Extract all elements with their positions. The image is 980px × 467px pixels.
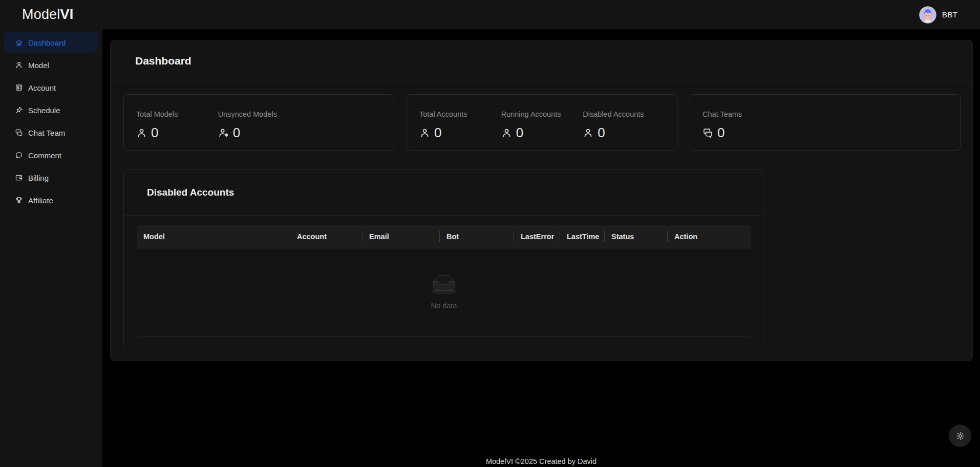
page-title: Dashboard [135,55,191,67]
stat-label: Total Accounts [419,110,501,119]
chat-bubbles-icon [14,129,23,137]
disabled-accounts-card: Disabled Accounts Model Account [123,169,763,348]
chat-bubbles-icon [702,128,713,138]
column-header-account: Account [290,225,363,248]
sidebar-item-comment[interactable]: Comment [4,145,98,165]
avatar [919,6,936,24]
sidebar-item-label: Billing [28,174,49,182]
empty-state: No data [428,274,460,310]
top-nav-bar: ModelVI BBT [0,0,980,29]
sidebar-item-account[interactable]: Account [4,77,98,98]
stats-row: Total Models 0 Unsynced Models 0 [123,94,961,151]
disabled-accounts-header: Disabled Accounts [124,170,763,216]
user-icon [419,128,430,138]
stat-label: Unsynced Models [218,110,300,119]
logo-text-bold: VI [60,7,74,22]
stat-value: 0 [598,125,605,140]
column-header-model: Model [137,225,290,248]
column-header-email: Email [363,225,440,248]
footer-text: ModelVI ©2025 Created by David [102,457,980,465]
stat-card-chat-teams: Chat Teams 0 [690,94,961,151]
table-header-row: Model Account Email Bot LastError LastTi… [137,225,751,248]
comment-icon [14,151,23,160]
stat-chat-teams: Chat Teams 0 [702,110,784,140]
stat-value: 0 [717,125,725,140]
column-header-status: Status [605,225,668,248]
stat-label: Disabled Accounts [583,110,665,119]
stat-total-accounts: Total Accounts 0 [419,110,501,140]
sidebar-item-label: Dashboard [28,38,66,47]
stat-card-accounts: Total Accounts 0 Running Accounts 0 [407,94,677,151]
stat-value: 0 [151,125,158,140]
column-header-lasterror: LastError [514,225,560,248]
theme-toggle-button[interactable] [949,424,971,447]
stat-disabled-accounts: Disabled Accounts 0 [583,110,665,140]
user-name: BBT [942,10,957,19]
app-window: ModelVI BBT Dashboard M [0,0,980,467]
stat-value: 0 [516,125,523,140]
sidebar-item-label: Comment [28,151,61,160]
stat-running-accounts: Running Accounts 0 [501,110,583,140]
sidebar-item-model[interactable]: Model [4,55,98,75]
disabled-accounts-table: Model Account Email Bot LastError LastTi… [137,225,751,336]
sidebar-item-billing[interactable]: Billing [4,167,98,188]
logo-text: Model [22,7,60,22]
empty-row: No data [137,248,751,336]
id-card-icon [14,83,23,92]
sidebar-item-chat-team[interactable]: Chat Team [4,122,98,143]
user-menu[interactable]: BBT [919,6,957,24]
sidebar-item-label: Model [28,61,49,70]
sidebar-nav: Dashboard Model Account Schedule Chat Te… [0,29,102,467]
stat-value: 0 [233,125,240,140]
column-header-lasttime: LastTime [560,225,605,248]
sidebar-item-label: Account [28,83,56,92]
sun-icon [955,431,965,441]
column-header-action: Action [668,225,751,248]
user-icon [583,128,593,138]
pin-icon [14,106,23,115]
main-content: Dashboard Total Models 0 Unsynced [102,29,980,467]
stat-unsynced-models: Unsynced Models 0 [218,110,300,140]
wallet-icon [14,174,23,182]
dashboard-card: Dashboard Total Models 0 Unsynced [110,40,973,361]
dashboard-card-header: Dashboard [111,40,972,81]
stat-label: Total Models [136,110,218,119]
section-title: Disabled Accounts [147,187,234,198]
empty-inbox-icon [428,274,460,295]
app-logo[interactable]: ModelVI [22,7,73,23]
user-icon [136,128,147,138]
stat-card-models: Total Models 0 Unsynced Models 0 [123,94,394,151]
sidebar-item-schedule[interactable]: Schedule [4,100,98,120]
user-icon [14,61,23,70]
sidebar-item-label: Schedule [28,106,60,115]
sidebar-item-affiliate[interactable]: Affiliate [4,190,98,210]
disabled-accounts-table-wrap: Model Account Email Bot LastError LastTi… [124,216,763,348]
user-sync-icon [218,128,229,138]
stat-label: Running Accounts [501,110,583,119]
stat-total-models: Total Models 0 [136,110,218,140]
sidebar-item-dashboard[interactable]: Dashboard [4,32,98,53]
sidebar-item-label: Chat Team [28,129,65,137]
trophy-icon [14,196,23,205]
empty-text: No data [428,302,460,310]
home-icon [14,38,23,47]
stat-value: 0 [434,125,441,140]
user-icon [501,128,512,138]
column-header-bot: Bot [440,225,514,248]
dashboard-card-body: Total Models 0 Unsynced Models 0 [111,81,972,348]
stat-label: Chat Teams [702,110,784,119]
sidebar-item-label: Affiliate [28,196,53,205]
